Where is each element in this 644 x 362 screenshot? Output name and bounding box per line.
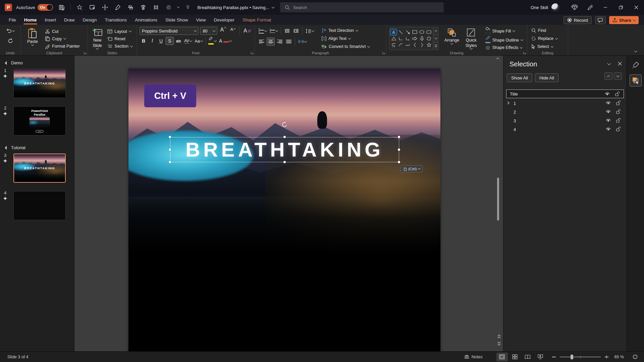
save-icon[interactable] — [58, 3, 66, 11]
user-name[interactable]: One Skill — [531, 5, 548, 10]
unlocked-padlock-icon[interactable] — [616, 101, 621, 106]
canvas-vertical-scrollbar[interactable] — [496, 56, 500, 351]
resize-handle-middle-left[interactable] — [169, 148, 171, 151]
visibility-eye-icon[interactable] — [605, 109, 611, 114]
right-brace-shape-icon[interactable] — [419, 42, 425, 48]
layout-button[interactable]: Layout — [106, 28, 134, 35]
qat-item-chevron-icon[interactable] — [177, 6, 179, 8]
unlocked-padlock-icon[interactable] — [616, 127, 621, 132]
customize-qat-chevron-icon[interactable] — [184, 3, 192, 11]
slide-2-animation-star-icon[interactable] — [3, 112, 7, 116]
columns-button[interactable] — [297, 38, 308, 46]
tab-file[interactable]: File — [5, 16, 20, 25]
character-spacing-button[interactable]: AV — [183, 37, 193, 45]
star-shape-icon[interactable] — [426, 42, 432, 48]
zoom-slider-thumb[interactable] — [571, 355, 573, 359]
tab-design[interactable]: Design — [79, 16, 101, 25]
slide-2-thumbnail[interactable]: PowerPoint Parallax — [13, 106, 66, 135]
shape-effects-button[interactable]: Shape Effects — [484, 45, 524, 50]
align-left-button[interactable] — [258, 38, 266, 46]
tab-view[interactable]: View — [192, 16, 210, 25]
zoom-slider[interactable] — [560, 357, 601, 357]
line-spacing-button[interactable] — [305, 27, 315, 35]
resize-handle-top-left[interactable] — [169, 136, 171, 138]
tab-slide-show[interactable]: Slide Show — [161, 16, 192, 25]
quick-styles-button[interactable]: Quick Styles — [463, 27, 480, 50]
rotation-handle-icon[interactable] — [281, 121, 288, 128]
share-button[interactable]: Share — [609, 16, 639, 24]
selection-item-4[interactable]: 4 — [503, 125, 627, 134]
numbering-button[interactable] — [269, 27, 279, 35]
font-color-button[interactable]: A — [218, 37, 232, 45]
tab-developer[interactable]: Developer — [210, 16, 239, 25]
ink-pen-icon[interactable] — [114, 3, 122, 11]
resize-handle-bottom-center[interactable] — [283, 161, 286, 163]
text-direction-button[interactable]: Text Direction — [320, 27, 371, 34]
elbow-connector-icon[interactable] — [397, 36, 404, 42]
fit-slide-to-window-button[interactable] — [629, 353, 641, 361]
scribble-shape-icon[interactable] — [390, 42, 397, 48]
cut-button[interactable]: Cut — [44, 28, 81, 35]
undo-button[interactable] — [5, 27, 15, 35]
triangle-shape-icon[interactable] — [390, 36, 397, 42]
tab-home[interactable]: Home — [20, 16, 41, 25]
clear-formatting-button[interactable]: A — [243, 27, 252, 35]
resize-handle-top-center[interactable] — [283, 136, 286, 138]
normal-view-button[interactable] — [496, 353, 508, 361]
strikethrough-button[interactable]: ab — [174, 37, 182, 45]
visibility-eye-icon[interactable] — [605, 127, 611, 131]
next-slide-button[interactable] — [497, 341, 501, 346]
show-all-button[interactable]: Show All — [507, 73, 532, 82]
replace-button[interactable]: Replace — [530, 35, 559, 42]
repeat-button[interactable] — [6, 37, 14, 45]
record-button[interactable]: Record — [564, 16, 592, 24]
clipboard-dialog-launcher-icon[interactable] — [84, 51, 87, 54]
minimize-button[interactable] — [598, 0, 613, 15]
tab-insert[interactable]: Insert — [41, 16, 60, 25]
font-family-combo[interactable]: Poppins SemiBold — [140, 27, 199, 35]
new-slide-button[interactable]: New Slide — [91, 27, 104, 50]
restore-button[interactable] — [613, 0, 629, 15]
slide-1-animation-star-icon[interactable] — [3, 74, 7, 78]
move-up-button[interactable] — [604, 72, 612, 80]
resize-handle-bottom-right[interactable] — [398, 161, 400, 163]
move-object-icon[interactable] — [101, 3, 109, 11]
text-shadow-button[interactable]: S — [166, 37, 174, 45]
selection-bounding-box[interactable] — [170, 137, 399, 162]
comments-button[interactable] — [595, 16, 606, 24]
unlocked-padlock-icon[interactable] — [616, 109, 621, 114]
selection-item-title[interactable]: Title — [506, 89, 624, 98]
shapes-more-icon[interactable] — [433, 42, 438, 50]
tab-shape-format[interactable]: Shape Format — [238, 16, 275, 25]
close-button[interactable] — [629, 0, 644, 15]
screen-record-disabled-icon[interactable] — [165, 3, 173, 11]
selection-item-2[interactable]: 2 — [503, 108, 627, 116]
premium-diamond-icon[interactable] — [567, 0, 582, 15]
move-down-button[interactable] — [614, 72, 622, 80]
tab-draw[interactable]: Draw — [60, 16, 79, 25]
down-arrow-shape-icon[interactable] — [419, 36, 425, 42]
star-preview-icon[interactable] — [75, 3, 84, 11]
align-right-button[interactable] — [276, 38, 284, 46]
find-button[interactable]: Find — [530, 27, 559, 34]
section-demo[interactable]: Demo — [5, 60, 74, 65]
document-title[interactable]: Breathtaking Parallax.pptx • Saving... — [197, 5, 274, 10]
slide-3-thumbnail-selected[interactable]: BREATHTAKING — [13, 154, 66, 183]
freeform-shape-icon[interactable] — [426, 36, 432, 42]
tab-animations[interactable]: Animations — [131, 16, 161, 25]
notes-button[interactable]: Notes — [461, 353, 486, 361]
distribute-vertical-icon[interactable] — [139, 3, 147, 11]
bold-button[interactable]: B — [140, 37, 148, 45]
search-bar[interactable] — [280, 2, 444, 12]
rectangle-shape-icon[interactable] — [412, 29, 418, 35]
rounded-rectangle-shape-icon[interactable] — [426, 29, 432, 35]
powerpoint-logo-icon[interactable]: P — [5, 4, 12, 11]
shape-fill-button[interactable]: Shape Fill — [484, 27, 524, 35]
reset-button[interactable]: Reset — [106, 35, 134, 42]
slide-4-animation-star-icon[interactable] — [3, 196, 7, 201]
highlight-color-button[interactable] — [207, 37, 217, 45]
shapes-scroll-down-icon[interactable] — [433, 35, 438, 43]
search-input[interactable] — [293, 5, 421, 10]
selection-pane-chevron-icon[interactable] — [607, 61, 611, 65]
drawing-dialog-launcher-icon[interactable] — [523, 51, 526, 54]
